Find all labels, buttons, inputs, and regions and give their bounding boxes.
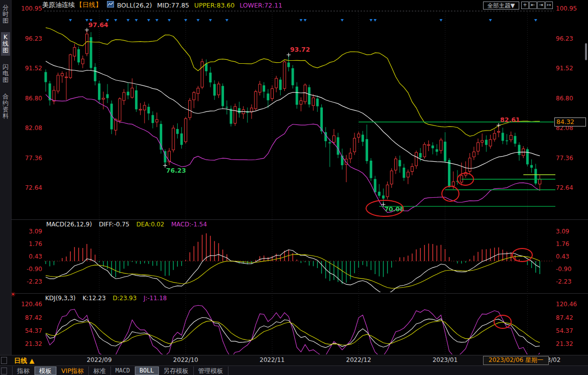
y-axis-label: -2.23: [556, 279, 587, 285]
y-axis-label: 54.37: [12, 328, 42, 334]
kdj-title: KDJ(9,3,3): [45, 295, 76, 302]
svg-text:93.72: 93.72: [290, 46, 310, 53]
macd-title: MACD(26,12,9): [46, 221, 92, 228]
left-sidebar: 分时图K线图闪电图合约资料: [0, 0, 12, 355]
y-axis-label: 87.42: [556, 315, 587, 321]
macd-histogram: [46, 233, 540, 284]
panel-separator[interactable]: [11, 219, 588, 220]
y-axis-label: 120.46: [12, 301, 42, 308]
annotation-ellipses[interactable]: [366, 173, 532, 328]
trendline-price-box: 84.32: [554, 117, 586, 127]
x-axis-month-label: 2023/01: [432, 356, 457, 363]
y-axis-label: 87.42: [12, 315, 42, 321]
event-markers: [69, 19, 537, 22]
x-axis-row: 日线 ▲ 2022/092022/102022/112022/122023/01…: [0, 355, 588, 365]
right-scrollbar-thumb[interactable]: [585, 43, 587, 60]
resize-grip[interactable]: [1, 357, 7, 364]
toolbar-tab-7[interactable]: 管理模板: [194, 366, 228, 375]
grid-lines: [44, 11, 554, 354]
current-date-box: 2023/02/06 星期一: [483, 356, 549, 365]
bottom-toolbar: 指标模板VIP指标标准MACDBOLL另存模板管理模板: [0, 365, 588, 375]
y-axis-label: 91.52: [556, 65, 587, 72]
theme-dropdown[interactable]: 全部主题▼: [483, 2, 519, 10]
chart-application-window: 97.6493.7276.2370.0882.61 分时图K线图闪电图合约资料 …: [0, 0, 588, 375]
svg-text:76.23: 76.23: [166, 167, 186, 174]
macd-value: MACD:-1.54: [171, 221, 207, 228]
kdj-k-value: K:12.23: [82, 295, 105, 302]
y-axis-label: 1.76: [12, 241, 42, 247]
symbol-name: 美原油连续: [42, 1, 75, 10]
toolbar-tab-4[interactable]: MACD: [111, 366, 135, 375]
boll-lower-value: LOWER:72.11: [240, 2, 282, 9]
macd-dea-value: DEA:0.02: [137, 221, 165, 228]
toolbar-tab-5[interactable]: BOLL: [135, 366, 159, 375]
y-axis-label: 3.09: [12, 228, 42, 235]
kdj-j-value: J:-11.18: [144, 295, 167, 302]
toolbar-tab-2[interactable]: VIP指标: [57, 366, 89, 375]
kdj-d-value: D:23.93: [112, 295, 137, 302]
resize-grip[interactable]: [1, 367, 7, 374]
chart-canvas[interactable]: 97.6493.7276.2370.0882.61: [0, 0, 588, 375]
kdj-panel-header: KDJ(9,3,3) K:12.23 D:23.93 J:-11.18: [45, 295, 172, 302]
y-axis-label: 96.23: [12, 36, 42, 42]
x-axis-month-label: 2022/09: [87, 356, 112, 363]
boll-upper-value: UPPER:83.60: [194, 2, 234, 9]
compress-x-icon[interactable]: ⇤: [529, 2, 537, 9]
candlestick-series: [45, 30, 541, 205]
panel-separator[interactable]: [11, 293, 588, 294]
y-axis-label: 77.36: [12, 155, 42, 162]
x-axis-month-label: 2022/11: [260, 356, 285, 363]
y-axis-label: 72.64: [556, 185, 587, 191]
y-axis-label: 86.80: [556, 95, 587, 102]
toolbar-tab-0[interactable]: 指标: [12, 366, 35, 375]
restore-view-icon[interactable]: ↦: [545, 2, 553, 9]
x-axis-month-label: 2022/10: [173, 356, 198, 363]
svg-text:82.61: 82.61: [500, 116, 520, 123]
y-axis-label: 1.76: [556, 241, 587, 247]
toolbar-tab-1[interactable]: 模板: [35, 366, 57, 375]
y-axis-label: 0.43: [556, 254, 587, 260]
y-axis-label: 91.52: [12, 65, 42, 72]
toolbar-tab-3[interactable]: 标准: [89, 366, 111, 375]
toolbar-tab-6[interactable]: 另存模板: [159, 366, 194, 375]
y-axis-label: -0.90: [12, 266, 42, 273]
y-axis-label: 3.09: [556, 228, 587, 235]
macd-panel-header: MACD(26,12,9) DIFF:-0.75 DEA:0.02 MACD:-…: [46, 221, 212, 228]
y-axis-label: 21.32: [12, 341, 42, 347]
svg-text:97.64: 97.64: [88, 21, 108, 29]
crosshair-icon[interactable]: +: [521, 2, 529, 9]
period-tag: 【日线】: [76, 1, 102, 10]
y-axis-label: -0.90: [556, 266, 587, 273]
period-switch[interactable]: 日线 ▲: [14, 356, 35, 365]
y-axis-label: 96.23: [556, 36, 587, 42]
sidebar-item-2[interactable]: 闪电图: [2, 62, 9, 85]
y-axis-label: 72.64: [12, 185, 42, 191]
kline-chart-icon: [107, 1, 114, 9]
y-axis-label: 21.32: [556, 341, 587, 347]
boll-indicator-name: BOLL(26,2): [117, 2, 152, 9]
expand-x-icon[interactable]: ⇥: [537, 2, 545, 9]
y-axis-label: -2.23: [12, 279, 42, 285]
y-axis-label: 120.46: [556, 301, 587, 308]
kdj-lines: [46, 305, 540, 358]
y-axis-label: 77.36: [556, 155, 587, 162]
x-axis-month-label: 2022/12: [346, 356, 371, 363]
y-axis-label: 0.43: [12, 254, 42, 260]
y-axis-label: 82.08: [12, 125, 42, 132]
macd-diff-value: DIFF:-0.75: [99, 221, 130, 228]
y-axis-label: 54.37: [556, 328, 587, 334]
boll-mid-value: MID:77.85: [157, 2, 189, 9]
sidebar-item-0[interactable]: 分时图: [2, 3, 9, 26]
sidebar-item-1[interactable]: K线图: [1, 32, 10, 56]
sidebar-item-3[interactable]: 合约资料: [2, 91, 9, 121]
y-axis-label: 86.80: [12, 95, 42, 102]
